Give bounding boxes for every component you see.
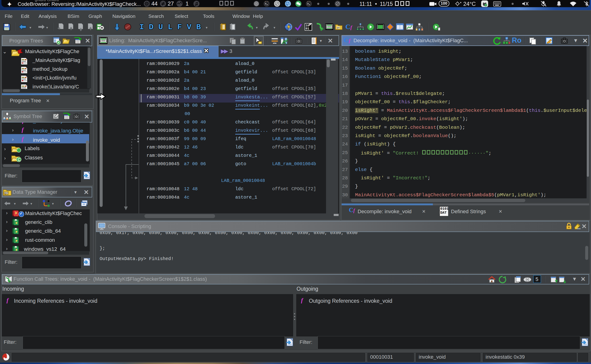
svg-text:DT: DT	[5, 192, 8, 195]
svg-text:C: C	[18, 158, 20, 162]
svg-text:DT: DT	[337, 27, 340, 29]
svg-text:01: 01	[305, 27, 309, 30]
